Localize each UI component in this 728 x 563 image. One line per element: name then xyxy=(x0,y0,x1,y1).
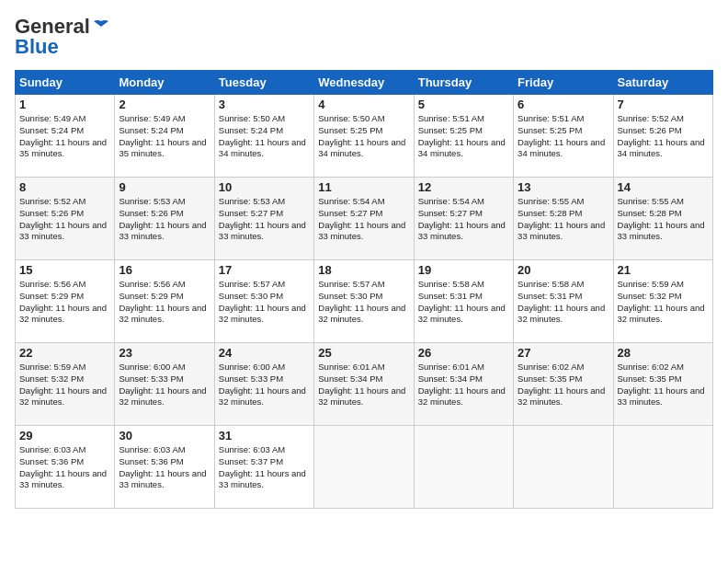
day-number: 19 xyxy=(418,263,509,277)
cell-content: Sunrise: 5:52 AM Sunset: 5:26 PM Dayligh… xyxy=(19,196,110,243)
calendar-cell: 12 Sunrise: 5:54 AM Sunset: 5:27 PM Dayl… xyxy=(414,178,513,260)
day-number: 2 xyxy=(119,98,210,111)
sunset-label: Sunset: 5:30 PM xyxy=(219,291,283,301)
sunrise-label: Sunrise: 5:52 AM xyxy=(618,113,684,123)
logo-blue: Blue xyxy=(15,35,59,59)
day-number: 23 xyxy=(119,346,210,360)
calendar-cell: 5 Sunrise: 5:51 AM Sunset: 5:25 PM Dayli… xyxy=(414,95,513,178)
sunrise-label: Sunrise: 6:03 AM xyxy=(19,444,85,454)
cell-content: Sunrise: 6:01 AM Sunset: 5:34 PM Dayligh… xyxy=(318,362,409,408)
sunrise-label: Sunrise: 5:50 AM xyxy=(318,113,384,123)
sunrise-label: Sunrise: 5:55 AM xyxy=(518,196,584,206)
sunset-label: Sunset: 5:35 PM xyxy=(518,373,582,384)
sunrise-label: Sunrise: 5:54 AM xyxy=(318,196,384,206)
cell-content: Sunrise: 6:02 AM Sunset: 5:35 PM Dayligh… xyxy=(618,362,709,408)
day-number: 12 xyxy=(418,180,509,194)
calendar-cell: 8 Sunrise: 5:52 AM Sunset: 5:26 PM Dayli… xyxy=(16,178,115,260)
day-number: 6 xyxy=(518,98,609,111)
calendar-cell: 2 Sunrise: 5:49 AM Sunset: 5:24 PM Dayli… xyxy=(115,95,214,178)
cell-content: Sunrise: 5:49 AM Sunset: 5:24 PM Dayligh… xyxy=(19,113,110,160)
calendar-day-header: Monday xyxy=(115,71,214,95)
daylight-label: Daylight: 11 hours and 32 minutes. xyxy=(418,385,506,408)
calendar-week-row: 29 Sunrise: 6:03 AM Sunset: 5:36 PM Dayl… xyxy=(16,426,713,509)
calendar-cell: 23 Sunrise: 6:00 AM Sunset: 5:33 PM Dayl… xyxy=(115,343,214,426)
daylight-label: Daylight: 11 hours and 35 minutes. xyxy=(119,137,206,159)
cell-content: Sunrise: 6:01 AM Sunset: 5:34 PM Dayligh… xyxy=(418,362,509,408)
cell-content: Sunrise: 5:58 AM Sunset: 5:31 PM Dayligh… xyxy=(518,279,609,326)
sunset-label: Sunset: 5:24 PM xyxy=(119,125,183,135)
cell-content: Sunrise: 6:03 AM Sunset: 5:37 PM Dayligh… xyxy=(219,444,310,491)
logo: General Blue xyxy=(15,15,110,59)
cell-content: Sunrise: 5:51 AM Sunset: 5:25 PM Dayligh… xyxy=(418,113,509,160)
sunrise-label: Sunrise: 5:49 AM xyxy=(119,113,185,123)
cell-content: Sunrise: 6:00 AM Sunset: 5:33 PM Dayligh… xyxy=(219,362,310,408)
cell-content: Sunrise: 5:59 AM Sunset: 5:32 PM Dayligh… xyxy=(618,279,709,326)
cell-content: Sunrise: 5:54 AM Sunset: 5:27 PM Dayligh… xyxy=(318,196,409,243)
sunrise-label: Sunrise: 5:58 AM xyxy=(518,279,584,289)
daylight-label: Daylight: 11 hours and 32 minutes. xyxy=(518,385,605,408)
sunset-label: Sunset: 5:24 PM xyxy=(219,125,283,135)
calendar-day-header: Friday xyxy=(514,71,613,95)
calendar-cell xyxy=(514,426,613,509)
sunset-label: Sunset: 5:33 PM xyxy=(119,373,183,384)
calendar-cell xyxy=(613,426,712,509)
cell-content: Sunrise: 5:55 AM Sunset: 5:28 PM Dayligh… xyxy=(518,196,609,243)
day-number: 1 xyxy=(19,98,110,111)
calendar-cell: 26 Sunrise: 6:01 AM Sunset: 5:34 PM Dayl… xyxy=(414,343,513,426)
cell-content: Sunrise: 5:51 AM Sunset: 5:25 PM Dayligh… xyxy=(518,113,609,160)
cell-content: Sunrise: 5:52 AM Sunset: 5:26 PM Dayligh… xyxy=(618,113,709,160)
day-number: 25 xyxy=(318,346,409,360)
calendar-day-header: Thursday xyxy=(414,71,513,95)
cell-content: Sunrise: 5:59 AM Sunset: 5:32 PM Dayligh… xyxy=(19,362,110,408)
sunrise-label: Sunrise: 6:02 AM xyxy=(518,362,584,372)
sunset-label: Sunset: 5:25 PM xyxy=(318,125,382,135)
day-number: 26 xyxy=(418,346,509,360)
calendar-cell: 25 Sunrise: 6:01 AM Sunset: 5:34 PM Dayl… xyxy=(314,343,414,426)
sunset-label: Sunset: 5:37 PM xyxy=(219,456,283,466)
calendar-table: SundayMondayTuesdayWednesdayThursdayFrid… xyxy=(15,70,713,509)
sunset-label: Sunset: 5:27 PM xyxy=(219,208,283,218)
sunrise-label: Sunrise: 6:02 AM xyxy=(618,362,684,372)
sunrise-label: Sunrise: 5:53 AM xyxy=(219,196,285,206)
daylight-label: Daylight: 11 hours and 33 minutes. xyxy=(219,468,306,490)
calendar-body: 1 Sunrise: 5:49 AM Sunset: 5:24 PM Dayli… xyxy=(16,95,713,509)
sunrise-label: Sunrise: 5:52 AM xyxy=(19,196,85,206)
day-number: 5 xyxy=(418,98,509,111)
calendar-cell: 13 Sunrise: 5:55 AM Sunset: 5:28 PM Dayl… xyxy=(514,178,613,260)
calendar-cell: 9 Sunrise: 5:53 AM Sunset: 5:26 PM Dayli… xyxy=(115,178,214,260)
sunrise-label: Sunrise: 5:57 AM xyxy=(318,279,384,289)
day-number: 21 xyxy=(618,263,709,277)
day-number: 4 xyxy=(318,98,409,111)
calendar-cell: 19 Sunrise: 5:58 AM Sunset: 5:31 PM Dayl… xyxy=(414,260,513,343)
sunset-label: Sunset: 5:36 PM xyxy=(119,456,183,466)
day-number: 14 xyxy=(618,180,709,194)
daylight-label: Daylight: 11 hours and 33 minutes. xyxy=(119,220,206,242)
day-number: 13 xyxy=(518,180,609,194)
sunset-label: Sunset: 5:24 PM xyxy=(19,125,84,135)
sunrise-label: Sunrise: 5:56 AM xyxy=(19,279,85,289)
calendar-cell: 31 Sunrise: 6:03 AM Sunset: 5:37 PM Dayl… xyxy=(214,426,313,509)
day-number: 11 xyxy=(318,180,409,194)
daylight-label: Daylight: 11 hours and 33 minutes. xyxy=(418,220,506,242)
sunrise-label: Sunrise: 5:58 AM xyxy=(418,279,484,289)
calendar-cell: 3 Sunrise: 5:50 AM Sunset: 5:24 PM Dayli… xyxy=(214,95,313,178)
daylight-label: Daylight: 11 hours and 34 minutes. xyxy=(318,137,405,159)
sunrise-label: Sunrise: 5:57 AM xyxy=(219,279,285,289)
sunset-label: Sunset: 5:31 PM xyxy=(518,291,582,301)
daylight-label: Daylight: 11 hours and 32 minutes. xyxy=(219,303,306,325)
daylight-label: Daylight: 11 hours and 32 minutes. xyxy=(19,385,107,408)
calendar-cell: 11 Sunrise: 5:54 AM Sunset: 5:27 PM Dayl… xyxy=(314,178,414,260)
sunset-label: Sunset: 5:34 PM xyxy=(318,373,382,384)
sunrise-label: Sunrise: 5:55 AM xyxy=(618,196,684,206)
day-number: 22 xyxy=(19,346,110,360)
sunset-label: Sunset: 5:36 PM xyxy=(19,456,84,466)
sunset-label: Sunset: 5:31 PM xyxy=(418,291,483,301)
daylight-label: Daylight: 11 hours and 33 minutes. xyxy=(518,220,605,242)
sunset-label: Sunset: 5:26 PM xyxy=(618,125,682,135)
sunset-label: Sunset: 5:26 PM xyxy=(119,208,183,218)
calendar-day-header: Wednesday xyxy=(314,71,414,95)
day-number: 17 xyxy=(219,263,310,277)
calendar-cell: 22 Sunrise: 5:59 AM Sunset: 5:32 PM Dayl… xyxy=(16,343,115,426)
daylight-label: Daylight: 11 hours and 32 minutes. xyxy=(418,303,506,325)
calendar-cell: 14 Sunrise: 5:55 AM Sunset: 5:28 PM Dayl… xyxy=(613,178,712,260)
